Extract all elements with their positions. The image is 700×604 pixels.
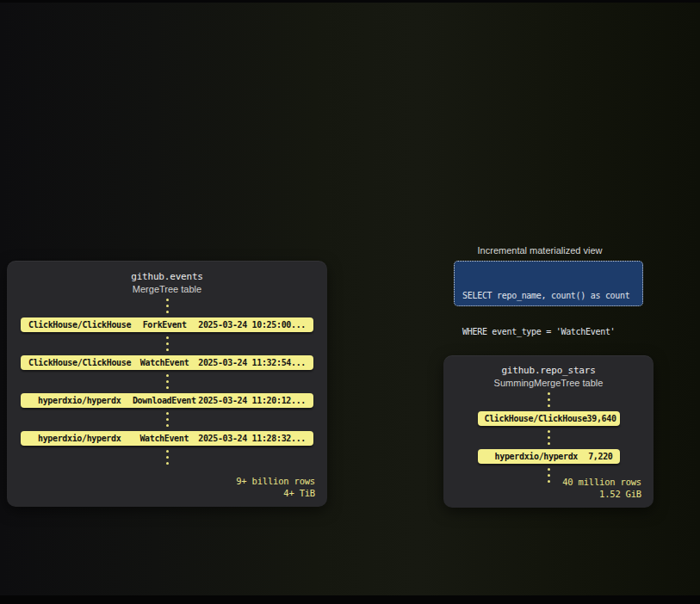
code-line: WHERE event_type = 'WatchEvent' (462, 326, 635, 338)
events-table-subtitle: MergeTree table (7, 284, 327, 294)
event-type: ForkEvent (131, 320, 198, 330)
dot-icon (548, 474, 550, 477)
dot-icon (166, 456, 169, 459)
materialized-view-label: Incremental materialized view (445, 245, 635, 256)
table-row: ClickHouse/ClickHouse WatchEvent 2025-03… (21, 355, 313, 370)
top-black-bar (0, 0, 700, 3)
event-timestamp: 2025-03-24 11:20:12 (198, 396, 291, 405)
dot-icon (548, 404, 550, 407)
dot-icon (166, 418, 169, 421)
dot-icon (548, 442, 550, 445)
table-row: hyperdxio/hyperdx 7,220 (478, 449, 620, 464)
table-row: ClickHouse/ClickHouse ForkEvent 2025-03-… (21, 317, 313, 332)
event-type: WatchEvent (130, 434, 198, 443)
repo-name: ClickHouse/ClickHouse (28, 358, 131, 367)
table-row: ClickHouse/ClickHouse 39,640 (478, 411, 620, 426)
table-size-stats: 40 million rows 1.52 GiB (562, 476, 641, 500)
data-size-stat: 4+ TiB (236, 487, 315, 499)
dot-icon (166, 305, 169, 307)
event-timestamp: 2025-03-24 10:25:00 (198, 320, 291, 330)
ellipsis-dots (7, 299, 327, 313)
ellipsis-dots (7, 374, 327, 389)
dot-icon (166, 336, 169, 339)
more-columns-ellipsis: ... (291, 434, 306, 443)
star-count: 39,640 (587, 414, 616, 423)
dot-icon (548, 468, 550, 471)
code-line: SELECT repo_name, count() as count (462, 290, 635, 302)
dot-icon (548, 436, 550, 439)
data-size-stat: 1.52 GiB (562, 488, 641, 500)
repo-name: hyperdxio/hyperdx (28, 396, 130, 405)
repo-name: ClickHouse/ClickHouse (485, 414, 587, 423)
repo-name: hyperdxio/hyperdx (485, 452, 589, 461)
repo-stars-table-subtitle: SummingMergeTree table (443, 378, 654, 388)
diagram-canvas: github.events MergeTree table ClickHouse… (0, 0, 700, 604)
more-columns-ellipsis: ... (291, 320, 306, 330)
table-row: hyperdxio/hyperdx WatchEvent 2025-03-24 … (21, 431, 313, 446)
events-table-panel: github.events MergeTree table ClickHouse… (7, 261, 327, 507)
materialized-view-code-block: SELECT repo_name, count() as count WHERE… (454, 261, 643, 306)
dot-icon (548, 480, 550, 483)
dot-icon (166, 412, 169, 415)
star-count: 7,220 (588, 452, 612, 461)
event-timestamp: 2025-03-24 11:28:32 (198, 434, 291, 443)
dot-icon (166, 342, 169, 345)
ellipsis-dots (443, 392, 654, 407)
ellipsis-dots (443, 430, 654, 445)
repo-name: hyperdxio/hyperdx (28, 434, 130, 443)
ellipsis-dots (7, 450, 327, 465)
bottom-black-bar (0, 595, 700, 604)
dot-icon (166, 462, 169, 465)
repo-name: ClickHouse/ClickHouse (28, 320, 131, 330)
table-size-stats: 9+ billion rows 4+ TiB (236, 475, 315, 499)
dot-icon (166, 424, 169, 427)
more-columns-ellipsis: ... (291, 358, 306, 367)
dot-icon (166, 374, 169, 377)
dot-icon (166, 299, 169, 301)
row-count-stat: 9+ billion rows (236, 475, 315, 487)
event-type: WatchEvent (131, 358, 198, 367)
ellipsis-dots (7, 412, 327, 427)
dot-icon (548, 398, 550, 401)
table-row: hyperdxio/hyperdx DownloadEvent 2025-03-… (21, 393, 313, 408)
dot-icon (548, 430, 550, 433)
repo-stars-table-title: github.repo_stars (443, 365, 654, 376)
dot-icon (166, 348, 169, 351)
event-timestamp: 2025-03-24 11:32:54 (198, 358, 291, 367)
ellipsis-dots (7, 336, 327, 351)
repo-stars-table-panel: github.repo_stars SummingMergeTree table… (443, 355, 654, 508)
dot-icon (548, 392, 550, 395)
dot-icon (166, 450, 169, 453)
events-table-title: github.events (7, 271, 327, 282)
dot-icon (166, 380, 169, 383)
more-columns-ellipsis: ... (291, 396, 306, 405)
event-type: DownloadEvent (130, 396, 198, 405)
dot-icon (166, 311, 169, 313)
dot-icon (166, 386, 169, 389)
row-count-stat: 40 million rows (562, 476, 641, 488)
